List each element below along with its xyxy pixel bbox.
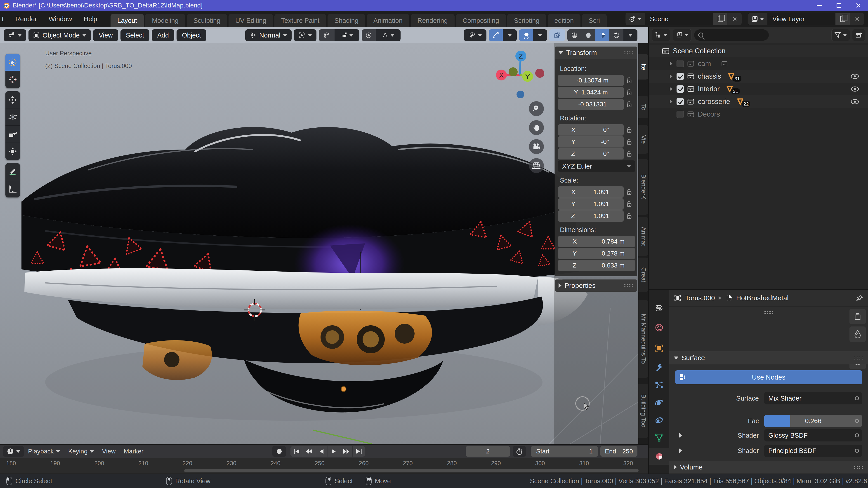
location-x-field[interactable]: -0.13074 m xyxy=(558,75,624,86)
menu-add[interactable]: Add xyxy=(152,29,174,41)
tab-world-properties[interactable] xyxy=(649,319,669,336)
surface-shader-dropdown[interactable]: Mix Shader xyxy=(764,392,862,404)
orientation-dropdown[interactable]: Normal xyxy=(245,29,291,41)
rotation-x-field[interactable]: X0° xyxy=(558,124,624,135)
volume-panel-header[interactable]: Volume xyxy=(669,461,868,474)
shader2-dropdown[interactable]: Principled BSDF xyxy=(764,445,862,457)
tab-modifier-properties[interactable] xyxy=(649,359,669,376)
menu-window[interactable]: Window xyxy=(43,11,78,27)
menu-help[interactable]: Help xyxy=(78,11,103,27)
view-layer-icon-dropdown[interactable] xyxy=(748,13,767,25)
dimensions-z-field[interactable]: Z0.633 m xyxy=(558,260,635,271)
outliner-row-chassis[interactable]: chassis 31 xyxy=(649,70,868,83)
scale-z-field[interactable]: Z1.091 xyxy=(558,210,624,222)
falloff-dropdown[interactable] xyxy=(376,29,401,41)
scale-x-lock[interactable] xyxy=(624,188,635,196)
drag-handle-icon[interactable] xyxy=(624,51,633,55)
breadcrumb-object[interactable]: Torus.000 xyxy=(685,294,715,302)
outliner-search-input[interactable] xyxy=(694,29,769,41)
hide-eye-toggle[interactable] xyxy=(850,86,860,92)
location-z-field[interactable]: -0.031331 xyxy=(558,99,624,110)
tool-annotate[interactable] xyxy=(5,163,20,180)
slot-shirt-button[interactable] xyxy=(849,309,866,324)
expand-icon[interactable] xyxy=(670,87,673,91)
tool-transform[interactable] xyxy=(5,143,20,160)
location-y-lock[interactable] xyxy=(624,89,635,96)
outliner-row-interior[interactable]: Interior 31 xyxy=(649,83,868,95)
current-frame-field[interactable]: 2 xyxy=(466,446,510,457)
editor-type-button[interactable] xyxy=(4,29,26,41)
scale-y-lock[interactable] xyxy=(624,200,635,207)
axis-neg-x-ball[interactable] xyxy=(535,69,544,78)
view-menu[interactable]: View xyxy=(98,448,120,455)
rotation-y-field[interactable]: Y-0° xyxy=(558,136,624,148)
pin-icon[interactable] xyxy=(856,294,864,302)
axis-neg-y-ball[interactable] xyxy=(508,67,518,76)
timeline-editor-type-button[interactable] xyxy=(3,446,24,457)
shading-solid-button[interactable] xyxy=(581,29,595,41)
drag-handle-icon[interactable] xyxy=(624,284,633,287)
view-layer-name[interactable]: View Layer xyxy=(767,15,835,23)
dimensions-y-field[interactable]: Y0.278 m xyxy=(558,248,635,259)
tab-texture-paint[interactable]: Texture Paint xyxy=(274,14,326,27)
shading-settings-dropdown[interactable] xyxy=(623,29,638,41)
maximize-button[interactable] xyxy=(829,0,848,11)
pan-button[interactable] xyxy=(529,120,544,135)
view-layer-remove-button[interactable] xyxy=(850,13,864,25)
marker-menu[interactable]: Marker xyxy=(120,448,147,455)
jump-to-end-button[interactable] xyxy=(352,446,365,457)
close-button[interactable] xyxy=(848,0,868,11)
viewport-canvas[interactable] xyxy=(0,43,648,444)
axis-neg-z-ball[interactable] xyxy=(517,91,524,98)
scene-name[interactable]: Scene xyxy=(645,15,713,23)
tab-scripting[interactable]: Scripting xyxy=(507,14,546,27)
outliner-row-decors[interactable]: Decors xyxy=(649,108,868,121)
tab-constraint-properties[interactable] xyxy=(649,412,669,429)
outliner-row-cam[interactable]: cam xyxy=(649,57,868,70)
outliner-filter-button[interactable] xyxy=(831,29,850,41)
timeline-ruler[interactable]: 1801902002102202302402502602702802903003… xyxy=(0,458,648,474)
tab-scri-truncated[interactable]: Scri xyxy=(582,14,607,27)
fac-slider[interactable]: 0.266 xyxy=(764,415,862,427)
outliner-display-mode-button[interactable] xyxy=(673,29,691,41)
shading-material-button[interactable] xyxy=(595,29,610,41)
tab-edition[interactable]: edition xyxy=(548,14,581,27)
gizmo-settings-dropdown[interactable] xyxy=(503,29,517,41)
playback-menu[interactable]: Playback xyxy=(24,448,64,455)
rotation-mode-dropdown[interactable]: XYZ Euler xyxy=(558,160,635,172)
keying-menu[interactable]: Keying xyxy=(64,448,98,455)
tab-animation[interactable]: Animation xyxy=(367,14,409,27)
dimensions-x-field[interactable]: X0.784 m xyxy=(558,236,635,247)
shading-rendered-button[interactable] xyxy=(610,29,623,41)
tab-view[interactable]: Vie xyxy=(638,125,648,154)
next-keyframe-button[interactable] xyxy=(340,446,352,457)
tool-scale[interactable] xyxy=(5,126,20,143)
tab-shading[interactable]: Shading xyxy=(328,14,365,27)
tool-move[interactable] xyxy=(5,91,20,108)
navigation-gizmo[interactable]: X Z Y xyxy=(486,43,554,99)
gizmo-toggle[interactable] xyxy=(489,29,503,41)
tab-item[interactable]: Ite xyxy=(638,54,648,79)
collection-checkbox[interactable] xyxy=(677,60,684,67)
end-frame-field[interactable]: End250 xyxy=(600,446,638,457)
scale-y-field[interactable]: Y1.091 xyxy=(558,198,624,210)
hide-eye-toggle[interactable] xyxy=(850,99,860,105)
hide-eye-toggle[interactable] xyxy=(850,73,860,79)
tab-object-properties[interactable] xyxy=(649,340,669,357)
drag-handle-icon[interactable] xyxy=(764,311,774,314)
menu-render[interactable]: Render xyxy=(9,11,43,27)
tab-rendering[interactable]: Rendering xyxy=(411,14,455,27)
collection-checkbox[interactable] xyxy=(677,98,684,105)
tab-material-properties[interactable] xyxy=(649,448,669,465)
tab-data-properties[interactable] xyxy=(649,429,669,446)
pivot-point-dropdown[interactable] xyxy=(294,29,316,41)
jump-to-start-button[interactable] xyxy=(290,446,303,457)
outliner-row-carosserie[interactable]: carosserie 22 xyxy=(649,95,868,108)
tab-particle-properties[interactable] xyxy=(649,377,669,393)
prev-keyframe-button[interactable] xyxy=(303,446,315,457)
tab-mr-mannequins[interactable]: Mr Mannequins To xyxy=(638,300,648,378)
menu-object[interactable]: Object xyxy=(177,29,206,41)
tab-modeling[interactable]: Modeling xyxy=(145,14,185,27)
tab-building-tools[interactable]: Building Too xyxy=(638,384,648,438)
tab-create[interactable]: Creat xyxy=(638,258,648,292)
